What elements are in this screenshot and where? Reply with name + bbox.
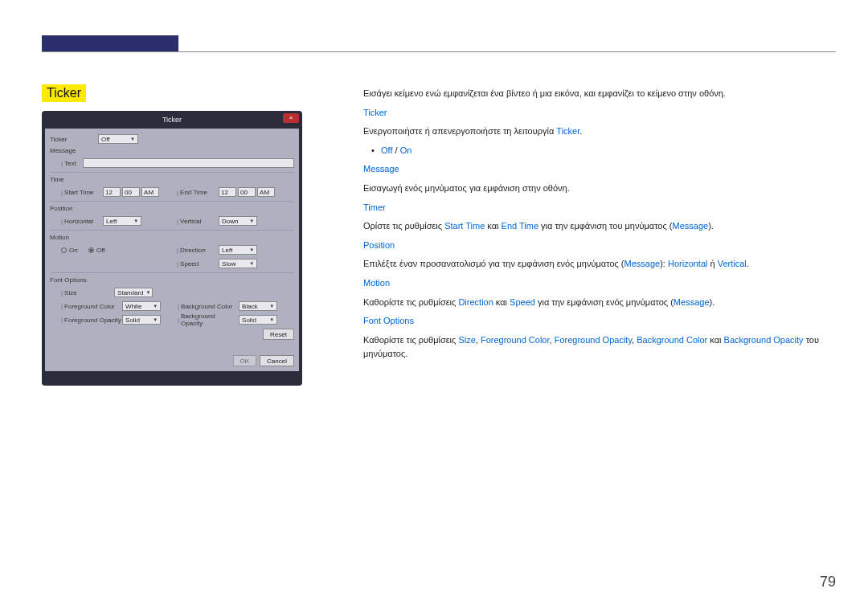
intro-text: Εισάγει κείμενο ενώ εμφανίζεται ένα βίντ… — [363, 87, 836, 101]
start-hour[interactable]: 12 — [103, 187, 121, 197]
speed-value: Slow — [222, 260, 235, 268]
vertical-select[interactable]: Down ▼ — [219, 216, 257, 226]
end-min[interactable]: 00 — [238, 187, 256, 197]
divider-icon: | — [61, 160, 63, 167]
chevron-down-icon: ▼ — [249, 261, 254, 266]
chevron-down-icon: ▼ — [249, 219, 254, 223]
motion-on-label: On — [69, 247, 88, 254]
off-on-bullet: Off / On — [363, 144, 836, 158]
size-value: Standard — [117, 289, 143, 296]
chevron-down-icon: ▼ — [269, 317, 274, 322]
motion-label: Motion — [50, 234, 294, 241]
chevron-down-icon: ▼ — [153, 304, 158, 309]
fg-opacity-value: Solid — [125, 317, 140, 324]
ticker-desc: Ενεργοποιήστε ή απενεργοποιήστε τη λειτο… — [363, 125, 836, 139]
direction-value: Left — [222, 247, 232, 254]
fg-color-select[interactable]: White ▼ — [122, 301, 161, 311]
chevron-down-icon: ▼ — [130, 137, 135, 141]
font-options-desc: Καθορίστε τις ρυθμίσεις Size, Foreground… — [363, 333, 836, 362]
close-icon[interactable]: × — [283, 113, 299, 123]
dialog-title: Ticker — [42, 111, 302, 129]
bg-opacity-select[interactable]: Solid ▼ — [239, 315, 277, 325]
divider-icon: | — [61, 289, 63, 296]
divider-icon: | — [61, 189, 63, 196]
divider-icon: | — [178, 303, 179, 310]
motion-heading: Motion — [363, 276, 836, 291]
direction-select[interactable]: Left ▼ — [219, 245, 257, 255]
message-input[interactable] — [83, 158, 294, 168]
divider-icon: | — [177, 247, 178, 254]
bg-color-label: Background Color — [181, 303, 239, 310]
fg-opacity-label: Foreground Opacity — [64, 317, 122, 324]
vertical-value: Down — [222, 218, 238, 225]
divider-icon: | — [177, 218, 178, 225]
timer-desc: Ορίστε τις ρυθμίσεις Start Time και End … — [363, 219, 836, 234]
bg-opacity-value: Solid — [242, 317, 256, 324]
fg-color-value: White — [125, 303, 141, 310]
divider-icon: | — [178, 317, 179, 324]
ticker-select[interactable]: Off ▼ — [98, 134, 138, 144]
chevron-down-icon: ▼ — [133, 219, 138, 223]
content-body: Εισάγει κείμενο ενώ εμφανίζεται ένα βίντ… — [363, 87, 836, 366]
position-label: Position — [50, 205, 294, 212]
bg-opacity-label: Background Opacity — [181, 313, 239, 327]
position-desc: Επιλέξτε έναν προσανατολισμό για την εμφ… — [363, 257, 836, 272]
font-options-heading: Font Options — [363, 314, 836, 329]
vertical-label: Vertical — [180, 218, 219, 225]
divider-icon: | — [61, 317, 63, 324]
start-ampm[interactable]: AM — [141, 187, 159, 197]
ticker-value: Off — [101, 136, 110, 143]
fg-opacity-select[interactable]: Solid ▼ — [122, 315, 161, 325]
divider-icon: | — [177, 189, 178, 196]
ok-button[interactable]: OK — [233, 355, 257, 366]
position-heading: Position — [363, 239, 836, 253]
bg-color-select[interactable]: Black ▼ — [239, 301, 277, 311]
page-number: 79 — [820, 574, 836, 591]
divider-icon: | — [61, 218, 63, 225]
end-ampm[interactable]: AM — [257, 187, 275, 197]
header-accent — [42, 35, 178, 51]
start-time-label: Start Time — [64, 189, 103, 196]
fg-color-label: Foreground Color — [64, 303, 122, 310]
message-label: Message — [50, 147, 294, 154]
horizontal-select[interactable]: Left ▼ — [103, 216, 141, 226]
divider-icon: | — [177, 260, 178, 268]
text-label: Text — [64, 160, 76, 167]
horizontal-value: Left — [106, 218, 117, 225]
motion-on-radio[interactable] — [61, 247, 67, 253]
message-desc: Εισαγωγή ενός μηνύματος για εμφάνιση στη… — [363, 182, 836, 196]
chevron-down-icon: ▼ — [153, 317, 158, 322]
end-time-label: End Time — [180, 189, 219, 196]
timer-heading: Timer — [363, 201, 836, 215]
chevron-down-icon: ▼ — [269, 304, 274, 309]
reset-button[interactable]: Reset — [263, 329, 294, 340]
motion-off-radio[interactable] — [88, 247, 94, 253]
end-hour[interactable]: 12 — [219, 187, 236, 197]
cancel-button[interactable]: Cancel — [260, 355, 294, 366]
time-label: Time — [50, 176, 294, 183]
horizontal-label: Horizontal — [64, 218, 103, 225]
divider-icon: | — [61, 303, 63, 310]
ticker-heading: Ticker — [363, 106, 836, 121]
motion-off-label: Off — [96, 247, 105, 254]
motion-desc: Καθορίστε τις ρυθμίσεις Direction και Sp… — [363, 296, 836, 310]
font-options-label: Font Options — [50, 276, 294, 284]
size-label: Size — [64, 289, 114, 296]
direction-label: Direction — [180, 247, 219, 254]
chevron-down-icon: ▼ — [146, 290, 151, 295]
ticker-dialog: × Ticker Ticker Off ▼ Message | Text Tim… — [42, 111, 302, 386]
chevron-down-icon: ▼ — [249, 247, 254, 252]
start-min[interactable]: 00 — [122, 187, 140, 197]
bg-color-value: Black — [242, 303, 258, 310]
ticker-label: Ticker — [50, 136, 98, 143]
header-rule — [42, 51, 836, 52]
dialog-body: Ticker Off ▼ Message | Text Time | Start… — [45, 129, 299, 371]
speed-select[interactable]: Slow ▼ — [219, 259, 257, 268]
page-title: Ticker — [42, 84, 86, 102]
message-heading: Message — [363, 162, 836, 177]
size-select[interactable]: Standard ▼ — [114, 288, 153, 297]
speed-label: Speed — [180, 260, 219, 268]
